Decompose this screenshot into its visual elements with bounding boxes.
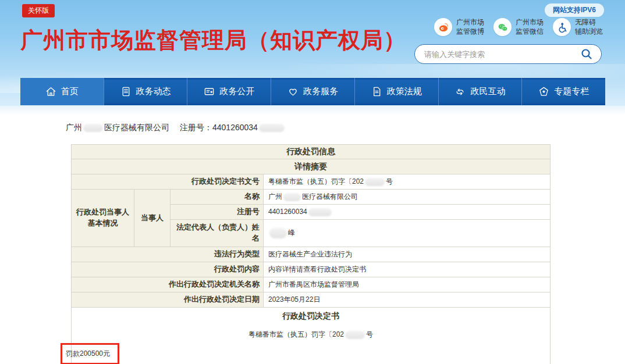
interaction-icon (454, 86, 466, 97)
company-name-suffix: 医疗器械有限公司 (104, 123, 169, 132)
nav-item-home[interactable]: 首页 (20, 78, 104, 105)
site-title: 广州市市场监督管理局（知识产权局） (20, 26, 406, 55)
topics-icon (538, 86, 549, 97)
nav-item-policy[interactable]: 政策法规 (354, 78, 438, 105)
weibo-label: 广州市场 监管微博 (456, 18, 484, 36)
violation-type-value: 医疗器械生产企业违法行为 (264, 247, 551, 262)
redacted-text (83, 124, 103, 132)
name-label: 名称 (171, 190, 264, 205)
table-row: 违法行为类型 医疗器械生产企业违法行为 (72, 247, 551, 262)
company-name-prefix: 广州 (66, 123, 82, 132)
nav-label: 政务公开 (219, 86, 254, 97)
search-icon[interactable] (580, 48, 593, 60)
table-row: 详情摘要 (72, 159, 551, 174)
table-row: 行政处罚决定书文号 粤穗番市监（执五）罚字〔202号 (72, 174, 551, 190)
home-icon (45, 86, 56, 97)
nav-label: 政务服务 (303, 86, 338, 97)
table-row: 行政处罚信息 (72, 145, 551, 159)
wechat-link[interactable]: 广州市场 监管微信 (493, 18, 544, 36)
penalty-content-label: 行政处罚内容 (72, 262, 264, 277)
violation-type-label: 违法行为类型 (72, 247, 264, 262)
site-search (414, 44, 602, 64)
decision-doc-title: 行政处罚决定书 (72, 311, 549, 322)
table-summary-title: 详情摘要 (72, 159, 551, 174)
name-value: 广州医疗器械有限公司 (264, 190, 551, 205)
authority-value: 广州市番禺区市场监督管理局 (264, 277, 551, 292)
reg-no-label: 注册号： (180, 123, 212, 132)
decision-document-cell: 行政处罚决定书 粤穗番市监（执五）罚字〔202号 罚款200500元 (72, 308, 551, 364)
redacted-text (269, 228, 287, 238)
nav-label: 专题专栏 (554, 86, 589, 97)
header-fade (0, 106, 625, 115)
redacted-text (308, 208, 332, 216)
care-mode-button[interactable]: 关怀版 (22, 4, 55, 17)
doc-no-value: 粤穗番市监（执五）罚字〔202号 (264, 174, 551, 190)
party-label: 当事人 (134, 190, 171, 247)
nav-item-disclosure[interactable]: 政务公开 (187, 78, 271, 105)
main-nav: 首页 政务动态 政务公开 政务服务 (20, 78, 605, 105)
weibo-link[interactable]: 广州市场 监管微博 (434, 18, 484, 36)
doc-no-label: 行政处罚决定书文号 (72, 174, 264, 190)
wechat-label: 广州市场 监管微信 (516, 18, 544, 36)
disclosure-icon (204, 86, 215, 97)
accessibility-link[interactable]: 无障碍 辅助浏览 (553, 18, 603, 36)
decision-doc-number: 粤穗番市监（执五）罚字〔202号 (72, 330, 549, 340)
redacted-text (283, 193, 301, 201)
policy-icon (371, 86, 382, 97)
header-quick-links: 广州市场 监管微博 广州市场 监管微信 (434, 18, 603, 36)
ipv6-support-badge: 网站支持IPV6 (545, 3, 604, 17)
nav-item-topics[interactable]: 专题专栏 (521, 78, 605, 105)
penalty-info-table: 行政处罚信息 详情摘要 行政处罚决定书文号 粤穗番市监（执五）罚字〔202号 行… (71, 144, 551, 364)
nav-item-interaction[interactable]: 政民互动 (438, 78, 522, 105)
legal-rep-value: 峰 (264, 220, 551, 247)
redacted-text (259, 124, 285, 132)
news-icon (120, 86, 132, 97)
redacted-text (365, 178, 385, 186)
table-row: 行政处罚决定书 粤穗番市监（执五）罚字〔202号 罚款200500元 (72, 308, 551, 364)
nav-item-service[interactable]: 政务服务 (271, 78, 354, 105)
redacted-text (345, 331, 365, 339)
reg-no-value: 4401260034 (212, 123, 258, 132)
table-row: 行政处罚当事人基本情况 当事人 名称 广州医疗器械有限公司 (72, 190, 551, 205)
fine-amount-text: 罚款200500元 (66, 349, 110, 359)
page: 关怀版 网站支持IPV6 广州市市场监督管理局（知识产权局） 广州市场 监管微博 (0, 0, 625, 364)
search-input[interactable] (423, 49, 580, 59)
table-row: 作出行政处罚决定日期 2023年05月22日 (72, 292, 551, 308)
decision-date-value: 2023年05月22日 (264, 292, 551, 308)
penalty-content-value: 内容详情请查看行政处罚决定书 (264, 262, 551, 277)
weibo-icon (434, 18, 452, 36)
nav-item-news[interactable]: 政务动态 (104, 78, 187, 105)
service-icon (287, 86, 299, 97)
decision-date-label: 作出行政处罚决定日期 (72, 292, 264, 308)
table-row: 作出行政处罚决定机关名称 广州市番禺区市场监督管理局 (72, 277, 551, 292)
table-title: 行政处罚信息 (72, 145, 551, 159)
wechat-icon (493, 18, 512, 36)
authority-label: 作出行政处罚决定机关名称 (72, 277, 264, 292)
nav-label: 政务动态 (136, 86, 171, 97)
regno-label: 注册号 (171, 205, 264, 220)
company-header-line: 广州医疗器械有限公司注册号：4401260034 (66, 123, 286, 133)
legal-rep-label: 法定代表人（负责人）姓名 (171, 220, 264, 247)
nav-label: 政民互动 (470, 86, 505, 97)
accessibility-label: 无障碍 辅助浏览 (575, 18, 603, 36)
nav-label: 政策法规 (387, 86, 422, 97)
nav-label: 首页 (61, 86, 79, 97)
accessibility-icon (553, 18, 571, 36)
party-section-label: 行政处罚当事人基本情况 (72, 190, 134, 247)
regno-value: 4401260034 (264, 205, 551, 220)
table-row: 行政处罚内容 内容详情请查看行政处罚决定书 (72, 262, 551, 277)
